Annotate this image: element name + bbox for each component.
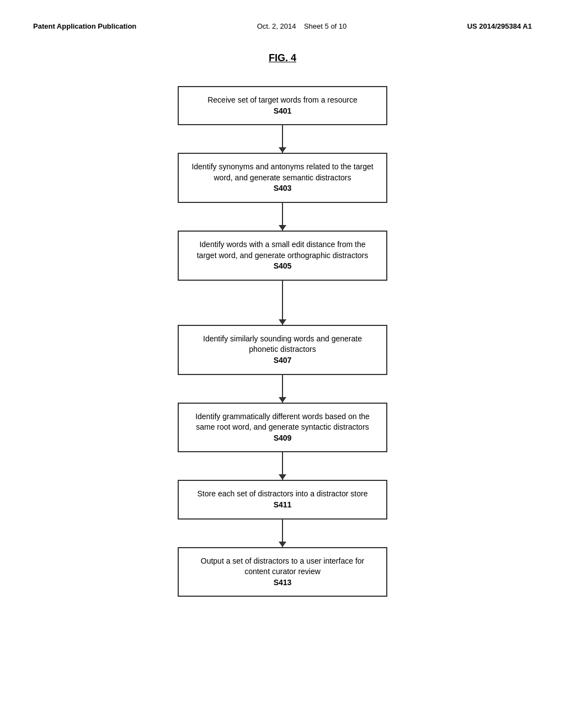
step-s401: Receive set of target words from a resou… [178, 86, 387, 125]
step-s407-text: Identify similarly sounding words and ge… [190, 334, 375, 355]
arrow-3 [282, 281, 283, 325]
step-s403-label: S403 [190, 183, 375, 194]
step-s411-label: S411 [190, 500, 375, 511]
arrow-5 [282, 452, 283, 480]
step-s407-label: S407 [190, 355, 375, 366]
step-s401-label: S401 [190, 106, 375, 117]
header-sheet: Sheet 5 of 10 [304, 22, 347, 30]
step-s411: Store each set of distractors into a dis… [178, 480, 387, 519]
step-s413-text: Output a set of distractors to a user in… [190, 556, 375, 577]
step-s413: Output a set of distractors to a user in… [178, 547, 387, 597]
flowchart: Receive set of target words from a resou… [33, 86, 532, 597]
step-s401-text: Receive set of target words from a resou… [190, 95, 375, 106]
page-header: Patent Application Publication Oct. 2, 2… [33, 22, 532, 30]
page: Patent Application Publication Oct. 2, 2… [0, 0, 565, 728]
step-s405: Identify words with a small edit distanc… [178, 231, 387, 281]
header-left: Patent Application Publication [33, 22, 136, 30]
step-s409: Identify grammatically different words b… [178, 403, 387, 453]
step-s407: Identify similarly sounding words and ge… [178, 325, 387, 375]
step-s413-label: S413 [190, 577, 375, 588]
figure-title: FIG. 4 [33, 52, 532, 64]
step-s409-text: Identify grammatically different words b… [190, 411, 375, 433]
arrow-2 [282, 203, 283, 231]
step-s403: Identify synonyms and antonyms related t… [178, 153, 387, 203]
step-s409-label: S409 [190, 433, 375, 444]
step-s405-label: S405 [190, 261, 375, 272]
arrow-1 [282, 125, 283, 153]
step-s411-text: Store each set of distractors into a dis… [190, 489, 375, 500]
arrow-4 [282, 375, 283, 403]
header-center: Oct. 2, 2014 Sheet 5 of 10 [257, 22, 347, 30]
figure-title-text: FIG. 4 [269, 52, 296, 63]
header-date: Oct. 2, 2014 [257, 22, 296, 30]
header-right: US 2014/295384 A1 [467, 22, 532, 30]
step-s405-text: Identify words with a small edit distanc… [190, 239, 375, 261]
arrow-6 [282, 520, 283, 547]
step-s403-text: Identify synonyms and antonyms related t… [190, 162, 375, 183]
